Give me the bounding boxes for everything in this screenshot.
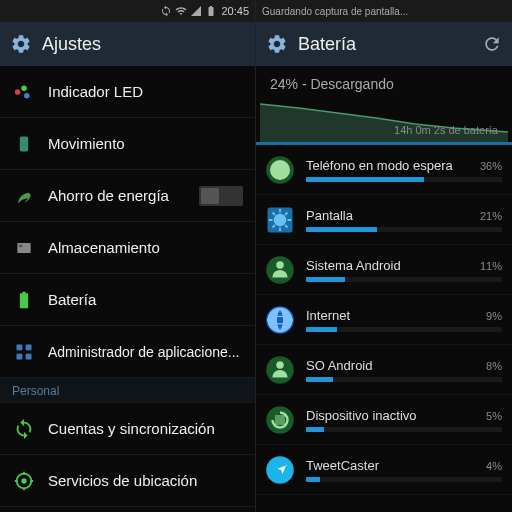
usage-body: Sistema Android11% [306, 258, 502, 282]
row-label: Indicador LED [48, 83, 243, 100]
usage-body: SO Android8% [306, 358, 502, 382]
settings-row-apps[interactable]: Administrador de aplicacione... [0, 326, 255, 378]
row-label: Movimiento [48, 135, 243, 152]
usage-name: SO Android [306, 358, 373, 373]
sync-icon [12, 417, 36, 441]
leaf-icon [12, 184, 36, 208]
usage-bar [306, 227, 502, 232]
settings-row-location[interactable]: Servicios de ubicación [0, 455, 255, 507]
svg-point-20 [266, 456, 294, 484]
svg-point-0 [15, 89, 21, 95]
status-bar: Guardando captura de pantalla... [256, 0, 512, 22]
signal-icon [190, 5, 202, 17]
status-bar: 20:45 [0, 0, 255, 22]
usage-name: Pantalla [306, 208, 353, 223]
usage-bar [306, 177, 502, 182]
usage-percent: 4% [486, 460, 502, 472]
row-label: Ahorro de energía [48, 187, 187, 204]
svg-rect-7 [26, 344, 32, 350]
usage-percent: 8% [486, 360, 502, 372]
usage-row[interactable]: Pantalla21% [256, 195, 512, 245]
app-icon [264, 154, 296, 186]
usage-percent: 9% [486, 310, 502, 322]
app-icon [264, 354, 296, 386]
apps-icon [12, 340, 36, 364]
svg-rect-8 [17, 353, 23, 359]
page-title: Ajustes [42, 34, 245, 55]
sync-icon [160, 5, 172, 17]
usage-bar [306, 327, 502, 332]
page-title: Batería [298, 34, 472, 55]
settings-row-powersave[interactable]: Ahorro de energía [0, 170, 255, 222]
app-icon [264, 204, 296, 236]
usage-name: Sistema Android [306, 258, 401, 273]
usage-body: Teléfono en modo espera36% [306, 158, 502, 182]
usage-row[interactable]: Internet9% [256, 295, 512, 345]
wifi-icon [175, 5, 187, 17]
storage-icon [12, 236, 36, 260]
usage-percent: 5% [486, 410, 502, 422]
led-icon [12, 80, 36, 104]
app-icon [264, 404, 296, 436]
app-icon [264, 304, 296, 336]
row-label: Cuentas y sincronización [48, 420, 243, 437]
usage-name: Internet [306, 308, 350, 323]
settings-row-storage[interactable]: Almacenamiento [0, 222, 255, 274]
gear-icon [266, 33, 288, 55]
section-personal: Personal [0, 378, 255, 403]
motion-icon [12, 132, 36, 156]
usage-row[interactable]: Teléfono en modo espera36% [256, 145, 512, 195]
settings-row-battery[interactable]: Batería [0, 274, 255, 326]
row-label: Batería [48, 291, 243, 308]
settings-panel: 20:45 Ajustes Indicador LED Movimiento A… [0, 0, 256, 512]
usage-row[interactable]: SO Android8% [256, 345, 512, 395]
settings-header: Ajustes [0, 22, 255, 66]
status-time: 20:45 [221, 5, 249, 17]
usage-name: TweetCaster [306, 458, 379, 473]
usage-body: Dispositivo inactivo5% [306, 408, 502, 432]
location-icon [12, 469, 36, 493]
usage-row[interactable]: TweetCaster4% [256, 445, 512, 495]
usage-body: TweetCaster4% [306, 458, 502, 482]
usage-body: Pantalla21% [306, 208, 502, 232]
app-icon [264, 454, 296, 486]
svg-point-11 [21, 478, 27, 484]
usage-percent: 21% [480, 210, 502, 222]
battery-header: Batería [256, 22, 512, 66]
settings-row-led[interactable]: Indicador LED [0, 66, 255, 118]
battery-icon [12, 288, 36, 312]
usage-name: Dispositivo inactivo [306, 408, 417, 423]
usage-bar [306, 427, 502, 432]
usage-name: Teléfono en modo espera [306, 158, 453, 173]
battery-summary: 24% - Descargando [256, 66, 512, 98]
svg-rect-4 [17, 243, 30, 253]
battery-icon [205, 5, 217, 17]
usage-row[interactable]: Dispositivo inactivo5% [256, 395, 512, 445]
status-icons [160, 5, 217, 17]
battery-panel: Guardando captura de pantalla... Batería… [256, 0, 512, 512]
usage-row[interactable]: Sistema Android11% [256, 245, 512, 295]
svg-point-2 [24, 92, 30, 98]
settings-list: Indicador LED Movimiento Ahorro de energ… [0, 66, 255, 512]
usage-bar [306, 377, 502, 382]
refresh-icon[interactable] [482, 34, 502, 54]
usage-body: Internet9% [306, 308, 502, 332]
row-label: Almacenamiento [48, 239, 243, 256]
gear-icon [10, 33, 32, 55]
svg-rect-5 [19, 244, 22, 247]
svg-rect-3 [20, 136, 28, 151]
settings-row-motion[interactable]: Movimiento [0, 118, 255, 170]
svg-rect-6 [17, 344, 23, 350]
row-label: Administrador de aplicacione... [48, 344, 243, 360]
svg-point-14 [274, 213, 287, 226]
settings-row-accounts[interactable]: Cuentas y sincronización [0, 403, 255, 455]
graph-duration: 14h 0m 2s de batería [394, 124, 498, 136]
svg-point-1 [21, 85, 27, 91]
usage-percent: 11% [480, 260, 502, 272]
svg-rect-9 [26, 353, 32, 359]
usage-percent: 36% [480, 160, 502, 172]
powersave-toggle[interactable] [199, 186, 243, 206]
usage-bar [306, 277, 502, 282]
app-icon [264, 254, 296, 286]
battery-graph[interactable]: 14h 0m 2s de batería [260, 98, 508, 142]
